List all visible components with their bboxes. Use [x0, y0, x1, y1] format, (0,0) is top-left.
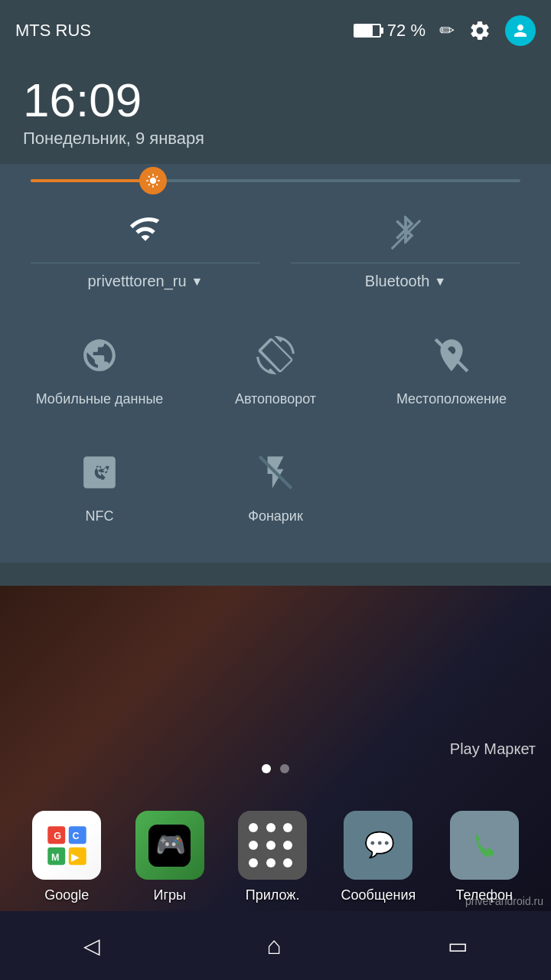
- mobile-data-label: Мобильные данные: [36, 391, 164, 407]
- battery-indicator: 72 %: [354, 21, 425, 41]
- notification-panel: 16:09 Понедельник, 9 января privetttoren…: [0, 61, 551, 586]
- location-icon: [432, 336, 471, 382]
- brightness-fill: [31, 179, 153, 182]
- svg-rect-14: [463, 825, 505, 867]
- svg-text:▶: ▶: [71, 851, 80, 862]
- flashlight-label: Фонарик: [248, 508, 303, 524]
- wifi-label-row: privetttoren_ru ▼: [88, 273, 204, 290]
- autorotate-toggle[interactable]: Автоповорот: [191, 321, 360, 423]
- location-toggle[interactable]: Местоположение: [367, 321, 536, 423]
- bluetooth-toggle[interactable]: Bluetooth ▼: [283, 198, 528, 305]
- autorotate-icon: [256, 336, 295, 382]
- dock: G C M ▶ Google 🎮 Игры: [0, 811, 551, 903]
- battery-icon: [354, 24, 381, 38]
- watermark: privet-android.ru: [465, 895, 543, 907]
- apps-label: Прилож.: [246, 887, 300, 903]
- datetime-area: 16:09 Понедельник, 9 января: [0, 61, 551, 164]
- page-dots: [0, 764, 551, 773]
- messages-icon: 💬: [344, 811, 412, 880]
- apps-icon: [238, 811, 307, 880]
- page-dot-2[interactable]: [280, 764, 289, 773]
- status-bar: MTS RUS 72 % ✏: [0, 0, 551, 61]
- bluetooth-dropdown-arrow[interactable]: ▼: [434, 275, 446, 289]
- wifi-label: privetttoren_ru: [88, 273, 187, 290]
- dock-item-games[interactable]: 🎮 Игры: [135, 811, 204, 903]
- bluetooth-label: Bluetooth: [365, 273, 430, 290]
- bluetooth-divider: [291, 263, 520, 263]
- google-label: Google: [44, 887, 89, 903]
- quick-grid-2: NFC Фонарик: [0, 438, 551, 555]
- time-display: 16:09: [23, 77, 528, 124]
- settings-icon-status[interactable]: [468, 19, 491, 42]
- dock-item-apps[interactable]: Прилож.: [238, 811, 307, 903]
- svg-text:G: G: [54, 831, 61, 841]
- svg-text:C: C: [72, 831, 79, 841]
- wifi-bt-row: privetttoren_ru ▼ Bluetooth ▼: [0, 198, 551, 305]
- games-label: Игры: [153, 887, 185, 903]
- date-display: Понедельник, 9 января: [23, 129, 528, 149]
- flashlight-toggle[interactable]: Фонарик: [191, 438, 360, 540]
- location-label: Местоположение: [396, 391, 507, 407]
- brightness-thumb[interactable]: [139, 167, 167, 194]
- page-dot-1[interactable]: [262, 764, 271, 773]
- google-icon: G C M ▶: [32, 811, 101, 880]
- nfc-label: NFC: [86, 508, 114, 524]
- home-button[interactable]: ⌂: [243, 924, 304, 968]
- wifi-toggle[interactable]: privetttoren_ru ▼: [23, 198, 268, 305]
- games-icon: 🎮: [135, 811, 204, 880]
- dock-item-phone[interactable]: Телефон: [450, 811, 519, 903]
- wifi-dropdown-arrow[interactable]: ▼: [191, 275, 204, 289]
- nfc-toggle[interactable]: NFC: [15, 438, 184, 540]
- avatar[interactable]: [505, 15, 536, 46]
- carrier-text: MTS RUS: [15, 21, 91, 41]
- dock-item-messages[interactable]: 💬 Сообщения: [341, 811, 416, 903]
- brightness-track[interactable]: [31, 179, 520, 182]
- svg-text:💬: 💬: [364, 829, 396, 858]
- mobile-data-toggle[interactable]: Мобильные данные: [15, 321, 184, 423]
- svg-text:M: M: [51, 851, 60, 862]
- dock-item-google[interactable]: G C M ▶ Google: [32, 811, 101, 903]
- wifi-icon: [129, 213, 162, 253]
- autorotate-label: Автоповорот: [235, 391, 316, 407]
- nfc-icon: [80, 453, 119, 499]
- battery-percent: 72 %: [387, 21, 425, 41]
- bluetooth-icon: [389, 213, 422, 253]
- back-button[interactable]: ◁: [60, 926, 123, 966]
- battery-fill: [355, 25, 373, 36]
- mobile-data-icon: [80, 336, 119, 382]
- edit-icon: ✏: [439, 20, 455, 41]
- nav-bar: ◁ ⌂ ▭: [0, 911, 551, 980]
- phone-icon: [450, 811, 519, 880]
- bluetooth-label-row: Bluetooth ▼: [365, 273, 446, 290]
- panel-bottom: [0, 555, 551, 563]
- svg-text:🎮: 🎮: [155, 829, 187, 858]
- wifi-divider: [31, 263, 260, 263]
- quick-grid: Мобильные данные Автоповорот Местоположе…: [0, 305, 551, 438]
- status-right: 72 % ✏: [354, 15, 536, 46]
- messages-label: Сообщения: [341, 887, 416, 903]
- play-market-hint: Play Маркет: [450, 740, 536, 758]
- flashlight-icon: [256, 453, 295, 499]
- brightness-row[interactable]: [0, 164, 551, 198]
- recents-button[interactable]: ▭: [425, 926, 491, 966]
